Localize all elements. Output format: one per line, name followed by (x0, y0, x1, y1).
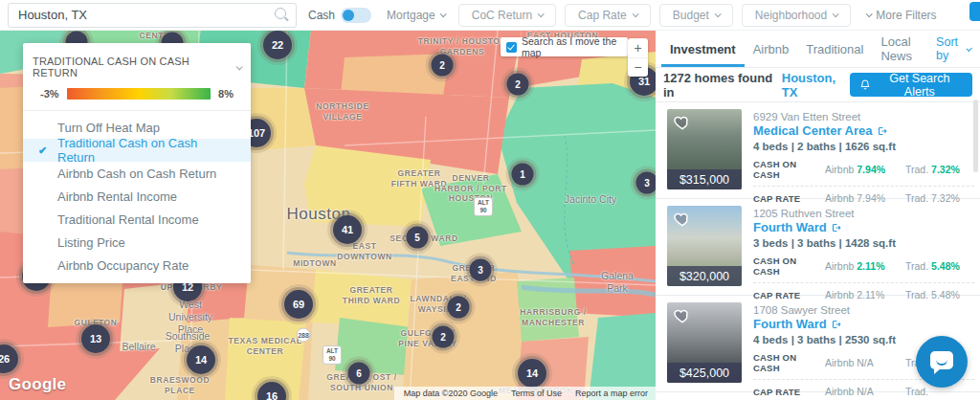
map-cluster-marker[interactable]: 22 (263, 31, 292, 59)
listing-card[interactable]: $315,000 6929 Van Etten Street Medical C… (656, 102, 980, 199)
filter-button-label: CoC Return (472, 9, 532, 22)
heatmap-option[interactable]: Listing Price (23, 231, 251, 254)
mortgage-label: Mortgage (387, 9, 435, 22)
metric-trad-value: Trad. 7.32% (905, 164, 974, 175)
app-window: Cash Mortgage CoC Return Cap Rate (0, 0, 980, 400)
map-cluster-marker[interactable]: 2 (507, 74, 529, 96)
alerts-button-label: Get Search Alerts (877, 72, 963, 99)
heatmap-option[interactable]: Airbnb Cash on Cash Return (23, 162, 251, 185)
metric-trad-value: Trad. 5.48% (905, 260, 974, 272)
listing-card[interactable]: $320,000 1205 Ruthven Street Fourth Ward… (656, 199, 980, 296)
listing-photo[interactable]: $315,000 (667, 109, 742, 189)
filter-button-label: Cap Rate (578, 9, 627, 22)
metric-row-cash-on-cash: CASH ON CASH Airbnb 7.94% Trad. 7.32% (753, 159, 974, 180)
results-tab[interactable]: Airbnb (745, 31, 798, 67)
map-cluster-marker[interactable]: 5 (407, 227, 429, 249)
search-as-move-label: Search as I move the map (522, 35, 622, 58)
heatmap-header-label: TRADITIONAL CASH ON CASH RETURN (33, 56, 230, 78)
listing-card[interactable]: 2600 Bellefontaine Street #D26 (656, 392, 980, 400)
metric-label: CASH ON CASH (753, 256, 825, 277)
filter-button[interactable]: Budget (659, 4, 733, 27)
heatmap-option[interactable]: Traditional Rental Income (23, 208, 251, 231)
results-header: 1272 homes found in Houston, TX Get Sear… (656, 68, 980, 102)
top-filter-bar: Cash Mortgage CoC Return Cap Rate (0, 0, 980, 31)
map-cluster-marker[interactable]: 2 (448, 297, 470, 319)
mortgage-dropdown[interactable]: Mortgage (387, 9, 445, 22)
listing-specs: 4 beds | 2 baths | 1626 sq.ft (753, 141, 974, 152)
results-tab[interactable]: Investment (661, 31, 745, 67)
map-cluster-marker[interactable]: 3 (470, 259, 492, 281)
listing-photo[interactable]: $320,000 (667, 206, 742, 286)
listing-photo[interactable]: $425,000 (667, 302, 742, 383)
neighborhood-link[interactable]: Fourth Ward (753, 317, 974, 331)
map-cluster-marker[interactable]: 69 (284, 290, 313, 319)
cut-off-button[interactable] (969, 2, 980, 21)
map-cluster-marker[interactable]: 13 (81, 324, 110, 353)
map-cluster-marker[interactable]: 41 (333, 215, 362, 244)
heatmap-option-label: Traditional Cash on Cash Return (57, 136, 235, 165)
sort-by-dropdown[interactable]: Sort by (936, 35, 970, 62)
listing-address: 6929 Van Etten Street (753, 111, 974, 122)
chevron-down-icon (236, 63, 243, 70)
map-cluster-marker[interactable]: 6 (348, 363, 370, 385)
heatmap-option-label: Airbnb Occupancy Rate (57, 258, 189, 273)
cash-mortgage-toggle[interactable] (341, 8, 371, 23)
search-as-move-checkbox[interactable] (506, 42, 517, 53)
scrollbar-thumb[interactable] (973, 100, 978, 172)
favorite-heart-icon[interactable] (672, 113, 693, 132)
map-cluster-marker[interactable]: 1 (512, 164, 534, 186)
neighborhood-link[interactable]: Medical Center Area (753, 123, 974, 138)
heatmap-option[interactable]: Airbnb Rental Income (23, 185, 251, 208)
results-tab[interactable]: Traditional (797, 31, 872, 67)
listing-price: $315,000 (667, 169, 742, 189)
heatmap-option[interactable]: Airbnb Occupancy Rate (23, 254, 251, 277)
get-search-alerts-button[interactable]: Get Search Alerts (850, 73, 972, 97)
chevron-down-icon (632, 11, 638, 17)
heatmap-option-label: Turn Off Heat Map (57, 121, 160, 135)
favorite-heart-icon[interactable] (672, 306, 693, 325)
bell-icon (859, 78, 871, 91)
heatmap-dropdown-panel: TRADITIONAL CASH ON CASH RETURN -3% 8% T… (23, 43, 251, 283)
map-cluster-marker[interactable]: 14 (187, 345, 215, 374)
chevron-down-icon (714, 11, 721, 17)
chevron-down-icon (866, 11, 873, 17)
more-filters-button[interactable]: More Filters (866, 9, 936, 22)
results-count: 1272 homes found in (663, 71, 778, 100)
neighborhood-name: Medical Center Area (753, 123, 873, 138)
chat-widget-button[interactable] (916, 336, 968, 388)
report-map-error-link[interactable]: Report a map error (575, 389, 648, 398)
results-tabs: Investment Airbnb Traditional Local News… (656, 31, 980, 68)
neighborhood-link[interactable]: Fourth Ward (753, 220, 974, 234)
heatmap-option-label: Traditional Rental Income (57, 212, 199, 227)
map-cluster-marker[interactable]: 3 (636, 172, 657, 194)
results-location-link[interactable]: Houston, TX (782, 71, 850, 100)
terms-of-use-link[interactable]: Terms of Use (511, 389, 562, 398)
toggle-knob (343, 10, 354, 21)
heatmap-option-label: Airbnb Rental Income (57, 189, 177, 204)
listing-price: $425,000 (667, 363, 742, 383)
map-cluster-marker[interactable]: 2 (432, 55, 454, 77)
map-cluster-marker[interactable]: 2 (433, 326, 455, 348)
listing-price: $320,000 (667, 266, 742, 286)
legend-min-label: -3% (40, 88, 59, 100)
legend-gradient-bar (67, 88, 212, 100)
more-filters-label: More Filters (876, 9, 936, 22)
sort-by-label: Sort by (936, 35, 962, 62)
heatmap-option[interactable]: ✔ Traditional Cash on Cash Return (23, 139, 251, 162)
search-icon[interactable] (271, 5, 292, 26)
listing-address: 1708 Sawyer Street (753, 304, 974, 316)
zoom-out-button[interactable]: − (628, 58, 648, 78)
search-input[interactable] (9, 8, 271, 22)
filter-buttons: CoC Return Cap Rate Budget Neighborhood (458, 4, 852, 27)
filter-button[interactable]: Neighborhood (742, 4, 851, 27)
favorite-heart-icon[interactable] (672, 210, 693, 229)
results-tab[interactable]: Local News (872, 31, 936, 67)
map-cluster-marker[interactable]: 14 (518, 359, 546, 388)
zoom-in-button[interactable]: + (628, 38, 648, 58)
heatmap-dropdown-header[interactable]: TRADITIONAL CASH ON CASH RETURN (23, 43, 251, 88)
chevron-down-icon (538, 11, 545, 17)
filter-button[interactable]: CoC Return (458, 4, 556, 27)
filter-button[interactable]: Cap Rate (565, 4, 651, 27)
external-link-icon (831, 222, 842, 233)
filter-button-label: Neighborhood (755, 9, 827, 22)
